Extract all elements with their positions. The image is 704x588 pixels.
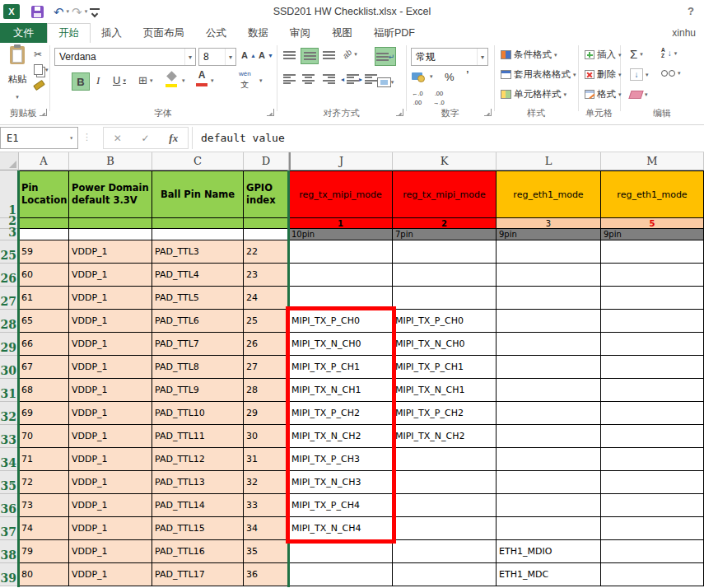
cell-M36[interactable]: [601, 494, 704, 517]
font-dialog-launcher[interactable]: [267, 109, 274, 116]
cell-C30[interactable]: PAD_TTL8: [152, 356, 244, 379]
cell-D1[interactable]: GPIO index: [244, 170, 289, 218]
row-header-36[interactable]: 36: [0, 494, 19, 517]
cell-J34[interactable]: MIPI_TX_P_CH3: [289, 448, 393, 471]
cell-C1[interactable]: Ball Pin Name: [152, 170, 244, 218]
tab-数据[interactable]: 数据: [237, 23, 279, 43]
cell-M32[interactable]: [601, 402, 704, 425]
cell-M29[interactable]: [601, 333, 704, 356]
save-button[interactable]: [31, 6, 44, 18]
cell-M31[interactable]: [601, 379, 704, 402]
cell-K34[interactable]: [393, 448, 497, 471]
cell-D2[interactable]: [244, 218, 289, 229]
cell-B25[interactable]: VDDP_1: [69, 240, 152, 264]
phonetic-dropdown-icon[interactable]: ▾: [259, 77, 263, 84]
tab-公式[interactable]: 公式: [195, 23, 237, 43]
account-user-name[interactable]: xinhu: [672, 27, 696, 39]
middle-align-button[interactable]: [301, 48, 319, 64]
insert-cells-button[interactable]: 插入▾: [585, 49, 622, 61]
name-box-dropdown-icon[interactable]: ▾: [65, 134, 77, 142]
cell-K38[interactable]: [393, 540, 497, 563]
cell-D25[interactable]: 22: [244, 240, 289, 264]
find-select-button[interactable]: ▾: [661, 70, 681, 77]
cell-B31[interactable]: VDDP_1: [69, 379, 152, 402]
row-header-31[interactable]: 31: [0, 379, 19, 402]
cell-A37[interactable]: 74: [19, 517, 69, 540]
cell-C38[interactable]: PAD_TTL16: [152, 540, 244, 563]
cell-B38[interactable]: VDDP_1: [69, 540, 152, 563]
cell-D38[interactable]: 35: [244, 540, 289, 563]
undo-dropdown-icon[interactable]: ▾: [67, 8, 70, 15]
cell-M26[interactable]: [601, 264, 704, 287]
clipboard-dialog-launcher[interactable]: [40, 109, 47, 116]
bottom-align-button[interactable]: [323, 50, 335, 60]
cell-B34[interactable]: VDDP_1: [69, 448, 152, 471]
cell-J32[interactable]: MIPI_TX_P_CH2: [289, 402, 393, 425]
cell-J25[interactable]: [289, 240, 393, 264]
cell-D35[interactable]: 32: [244, 471, 289, 494]
cell-L28[interactable]: [497, 310, 601, 333]
top-align-button[interactable]: [283, 50, 296, 60]
cell-J28[interactable]: MIPI_TX_P_CH0: [289, 310, 393, 333]
increase-font-size-button[interactable]: A▲: [241, 50, 256, 60]
cell-D28[interactable]: 25: [244, 310, 289, 333]
col-header-C[interactable]: C: [152, 152, 244, 170]
cancel-button[interactable]: ✕: [114, 133, 122, 144]
format-cells-button[interactable]: 格式▾: [585, 88, 622, 100]
font-family-combo[interactable]: Verdana ▾: [54, 48, 196, 66]
cell-M2[interactable]: 5: [601, 218, 704, 229]
phonetic-guide-button[interactable]: wén文: [239, 70, 251, 89]
name-box[interactable]: E1 ▾: [0, 127, 78, 149]
cell-L26[interactable]: [497, 264, 601, 287]
cell-J1[interactable]: reg_tx_mipi_mode: [289, 170, 393, 218]
tab-开始[interactable]: 开始: [47, 23, 91, 43]
tab-审阅[interactable]: 审阅: [279, 23, 321, 43]
fill-color-dropdown-icon[interactable]: ▾: [182, 77, 185, 84]
cell-L1[interactable]: reg_eth1_mode: [497, 170, 601, 218]
underline-button[interactable]: U▾: [113, 74, 126, 86]
cell-K30[interactable]: MIPI_TX_P_CH1: [393, 356, 497, 379]
number-dialog-launcher[interactable]: [484, 109, 492, 116]
cell-L27[interactable]: [497, 287, 601, 310]
cell-C33[interactable]: PAD_TTL11: [152, 425, 244, 448]
cell-A25[interactable]: 59: [19, 240, 69, 264]
cell-D36[interactable]: 33: [244, 494, 289, 517]
cell-L38[interactable]: ETH1_MDIO: [497, 540, 601, 563]
cell-K25[interactable]: [393, 240, 497, 264]
row-header-30[interactable]: 30: [0, 356, 19, 379]
alignment-dialog-launcher[interactable]: [396, 109, 403, 116]
font-family-dropdown-icon[interactable]: ▾: [184, 49, 195, 65]
tab-文件[interactable]: 文件: [0, 23, 47, 43]
cell-C36[interactable]: PAD_TTL14: [152, 494, 244, 517]
font-color-button[interactable]: A: [196, 71, 207, 86]
cell-J36[interactable]: MIPI_TX_P_CH4: [289, 494, 393, 517]
cell-D39[interactable]: 36: [244, 563, 289, 586]
decrease-indent-button[interactable]: ◂: [341, 74, 359, 84]
cell-D31[interactable]: 28: [244, 379, 289, 402]
cell-L29[interactable]: [497, 333, 601, 356]
font-size-combo[interactable]: 8 ▾: [198, 48, 236, 66]
tab-视图[interactable]: 视图: [321, 23, 363, 43]
cell-J38[interactable]: [289, 540, 393, 563]
cell-B33[interactable]: VDDP_1: [69, 425, 152, 448]
cell-A2[interactable]: [19, 218, 69, 229]
paste-button[interactable]: 粘贴 ▾: [4, 46, 30, 100]
cell-C2[interactable]: [152, 218, 244, 229]
cell-K2[interactable]: 2: [393, 218, 497, 229]
tab-页面布局[interactable]: 页面布局: [133, 23, 195, 43]
cell-B28[interactable]: VDDP_1: [69, 310, 152, 333]
cell-styles-button[interactable]: 单元格样式▾: [501, 88, 566, 100]
sort-filter-button[interactable]: AZ↓▾: [661, 48, 677, 58]
cell-C25[interactable]: PAD_TTL3: [152, 240, 244, 264]
cell-A35[interactable]: 72: [19, 471, 69, 494]
row-header-26[interactable]: 26: [0, 264, 19, 287]
cell-B1[interactable]: Power Domain default 3.3V: [69, 170, 152, 218]
row-header-29[interactable]: 29: [0, 333, 19, 356]
cell-K28[interactable]: MIPI_TX_P_CH0: [393, 310, 497, 333]
cell-L31[interactable]: [497, 379, 601, 402]
row-header-39[interactable]: 39: [0, 563, 19, 586]
cell-J2[interactable]: 1: [289, 218, 393, 229]
cell-L34[interactable]: [497, 448, 601, 471]
cell-J27[interactable]: [289, 287, 393, 310]
select-all-corner[interactable]: [0, 152, 19, 170]
